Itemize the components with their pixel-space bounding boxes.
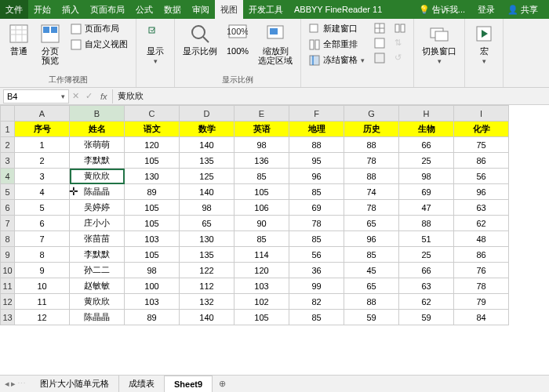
grid-cell[interactable]: 陈晶晶: [70, 184, 125, 200]
grid-cell[interactable]: 96: [344, 231, 399, 247]
grid-cell[interactable]: 89: [125, 184, 180, 200]
row-header[interactable]: 7: [1, 216, 15, 231]
grid-cell[interactable]: 1: [15, 137, 70, 153]
grid-cell[interactable]: 7: [15, 231, 70, 247]
reset-position-button[interactable]: ↺: [391, 51, 409, 65]
row-header[interactable]: 2: [1, 137, 15, 153]
grid-cell[interactable]: 98: [180, 200, 235, 216]
grid-cell[interactable]: 106: [235, 200, 289, 216]
grid-cell[interactable]: 47: [399, 200, 454, 216]
grid-cell[interactable]: 黄欣欣: [70, 294, 125, 310]
grid-cell[interactable]: 12: [15, 310, 70, 325]
header-cell[interactable]: 生物: [399, 122, 454, 137]
share-button[interactable]: 👤 共享: [503, 4, 543, 16]
grid-cell[interactable]: 69: [399, 184, 454, 200]
col-header[interactable]: D: [180, 106, 235, 122]
add-sheet-button[interactable]: ⊕: [213, 379, 232, 389]
grid-cell[interactable]: 103: [235, 278, 289, 294]
sync-scroll-button[interactable]: ⇅: [391, 36, 409, 50]
grid-cell[interactable]: 69: [289, 200, 344, 216]
grid-cell[interactable]: 122: [180, 263, 235, 278]
tab-nav-last-icon[interactable]: ▸: [11, 379, 16, 389]
grid-cell[interactable]: 25: [399, 247, 454, 263]
grid-cell[interactable]: 66: [399, 137, 454, 153]
grid-cell[interactable]: 36: [289, 263, 344, 278]
grid-cell[interactable]: 85: [289, 310, 344, 325]
grid-cell[interactable]: 6: [15, 216, 70, 231]
grid-cell[interactable]: 9: [15, 263, 70, 278]
col-header[interactable]: H: [399, 106, 454, 122]
macros-button[interactable]: 宏▾: [470, 21, 498, 67]
grid-cell[interactable]: 65: [344, 216, 399, 231]
grid-cell[interactable]: 2: [15, 153, 70, 169]
grid-cell[interactable]: 105: [125, 200, 180, 216]
grid-cell[interactable]: 103: [125, 294, 180, 310]
grid-cell[interactable]: 130: [180, 231, 235, 247]
arrange-all-button[interactable]: 全部重排: [306, 37, 368, 52]
grid-cell[interactable]: 86: [454, 247, 509, 263]
tab-nav-first-icon[interactable]: ◂: [5, 379, 9, 389]
grid-cell[interactable]: 63: [399, 278, 454, 294]
row-header[interactable]: 6: [1, 200, 15, 216]
side-by-side-button[interactable]: [391, 21, 409, 35]
grid-cell[interactable]: 96: [289, 169, 344, 184]
grid-cell[interactable]: 85: [235, 231, 289, 247]
grid-cell[interactable]: 51: [399, 231, 454, 247]
worksheet-grid[interactable]: ABCDEFGHI1序号姓名语文数学英语地理历史生物化学21张萌萌1201409…: [0, 105, 549, 375]
grid-cell[interactable]: 130: [125, 169, 180, 184]
grid-cell[interactable]: 3: [15, 169, 70, 184]
grid-cell[interactable]: 56: [454, 169, 509, 184]
grid-cell[interactable]: 125: [180, 169, 235, 184]
row-header[interactable]: 1: [1, 122, 15, 137]
menu-tab-2[interactable]: 插入: [56, 0, 85, 19]
grid-cell[interactable]: 56: [289, 247, 344, 263]
grid-cell[interactable]: 89: [125, 310, 180, 325]
grid-cell[interactable]: 96: [454, 184, 509, 200]
grid-cell[interactable]: 74: [344, 184, 399, 200]
grid-cell[interactable]: 88: [289, 137, 344, 153]
header-cell[interactable]: 历史: [344, 122, 399, 137]
formula-input[interactable]: 黄欣欣: [112, 89, 549, 103]
header-cell[interactable]: 语文: [125, 122, 180, 137]
col-header[interactable]: A: [15, 106, 70, 122]
grid-cell[interactable]: 136: [235, 153, 289, 169]
grid-cell[interactable]: 120: [235, 263, 289, 278]
grid-cell[interactable]: 78: [344, 200, 399, 216]
fx-icon[interactable]: fx: [96, 92, 112, 101]
menu-tab-0[interactable]: 文件: [0, 0, 28, 19]
grid-cell[interactable]: 112: [180, 278, 235, 294]
grid-cell[interactable]: 90: [235, 216, 289, 231]
grid-cell[interactable]: 63: [454, 200, 509, 216]
menu-tab-1[interactable]: 开始: [28, 0, 56, 19]
grid-cell[interactable]: 85: [289, 184, 344, 200]
grid-cell[interactable]: 李默默: [70, 153, 125, 169]
grid-cell[interactable]: 105: [125, 247, 180, 263]
menu-tab-6[interactable]: 审阅: [187, 0, 215, 19]
custom-views-button[interactable]: 自定义视图: [67, 37, 131, 52]
menu-tab-7[interactable]: 视图: [215, 0, 243, 19]
switch-window-button[interactable]: 切换窗口▾: [419, 21, 460, 67]
grid-cell[interactable]: 82: [289, 294, 344, 310]
grid-cell[interactable]: 140: [180, 137, 235, 153]
sheet-tab[interactable]: Sheet9: [165, 376, 213, 393]
row-header[interactable]: 3: [1, 153, 15, 169]
grid-cell[interactable]: 132: [180, 294, 235, 310]
col-header[interactable]: C: [125, 106, 180, 122]
grid-cell[interactable]: 98: [235, 137, 289, 153]
grid-cell[interactable]: 吴婷婷: [70, 200, 125, 216]
sheet-tab[interactable]: 图片大小随单元格: [31, 376, 119, 393]
zoom-100-button[interactable]: 100%100%: [224, 21, 252, 57]
grid-cell[interactable]: 100: [125, 278, 180, 294]
grid-cell[interactable]: 103: [125, 231, 180, 247]
grid-cell[interactable]: 120: [125, 137, 180, 153]
grid-cell[interactable]: 79: [454, 294, 509, 310]
new-window-button[interactable]: 新建窗口: [306, 21, 368, 36]
grid-cell[interactable]: 76: [454, 263, 509, 278]
page-break-preview-button[interactable]: 分页 预览: [36, 21, 64, 67]
grid-cell[interactable]: 86: [454, 153, 509, 169]
zoom-button[interactable]: 显示比例: [180, 21, 220, 57]
row-header[interactable]: 12: [1, 294, 15, 310]
grid-cell[interactable]: 66: [399, 263, 454, 278]
grid-cell[interactable]: 78: [344, 153, 399, 169]
header-cell[interactable]: 姓名: [70, 122, 125, 137]
